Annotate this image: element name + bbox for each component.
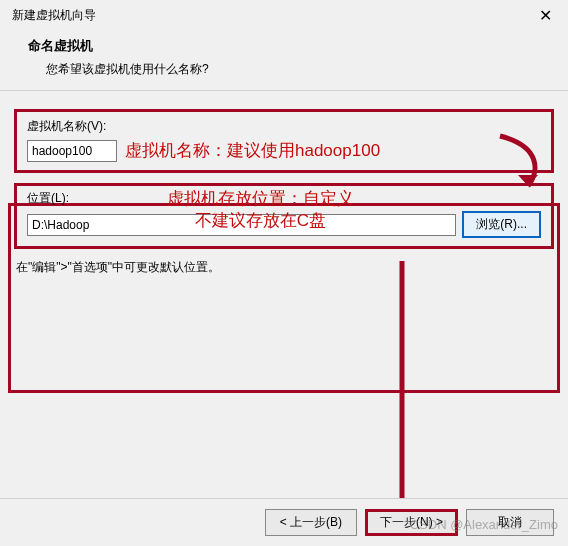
location-annotation-2: 不建议存放在C盘 (167, 210, 354, 232)
next-button[interactable]: 下一步(N) > (365, 509, 458, 536)
wizard-header: 命名虚拟机 您希望该虚拟机使用什么名称? (0, 29, 568, 90)
back-button[interactable]: < 上一步(B) (265, 509, 357, 536)
wizard-footer: < 上一步(B) 下一步(N) > 取消 (0, 498, 568, 546)
browse-button[interactable]: 浏览(R)... (462, 211, 541, 238)
vm-name-label: 虚拟机名称(V): (27, 118, 541, 135)
location-group: 虚拟机存放位置：自定义 不建议存放在C盘 位置(L): 浏览(R)... (14, 183, 554, 249)
vm-name-annotation: 虚拟机名称：建议使用hadoop100 (125, 139, 380, 162)
page-title: 命名虚拟机 (28, 37, 548, 55)
location-annotation-1: 虚拟机存放位置：自定义 (167, 188, 354, 210)
vm-name-group: 虚拟机名称(V): 虚拟机名称：建议使用hadoop100 (14, 109, 554, 173)
close-icon[interactable]: ✕ (535, 6, 556, 25)
page-subtitle: 您希望该虚拟机使用什么名称? (28, 61, 548, 78)
cancel-button[interactable]: 取消 (466, 509, 554, 536)
default-location-hint: 在"编辑">"首选项"中可更改默认位置。 (14, 259, 554, 276)
vm-name-input[interactable] (27, 140, 117, 162)
window-title: 新建虚拟机向导 (12, 7, 96, 24)
